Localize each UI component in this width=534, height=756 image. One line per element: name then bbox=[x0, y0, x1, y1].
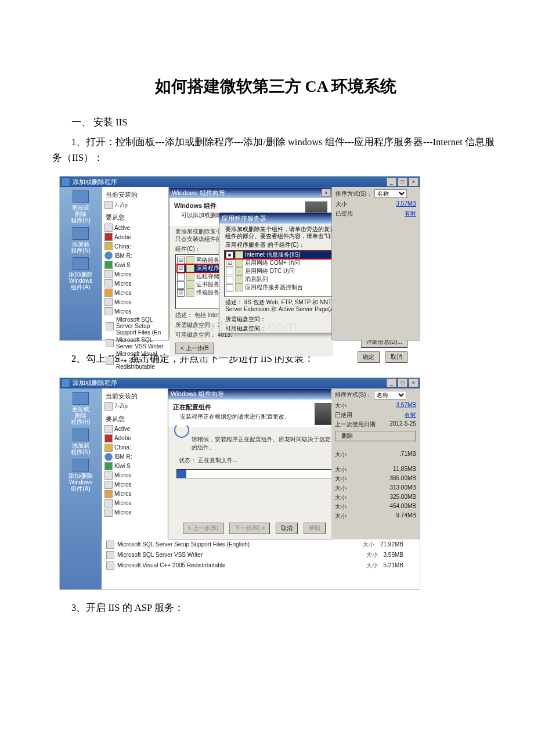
list-item[interactable]: Microsoft SQL Server VSS Writer大小3.59MB bbox=[102, 550, 420, 560]
ms-icon bbox=[104, 298, 113, 306]
minimize-button[interactable]: _ bbox=[387, 178, 396, 186]
cancel-button[interactable]: 取消 bbox=[385, 351, 407, 363]
list-item[interactable]: Adobe bbox=[102, 232, 168, 242]
list-item[interactable]: Micros bbox=[102, 489, 168, 499]
list-item[interactable]: Adobe bbox=[102, 434, 168, 443]
rail-windows-components[interactable]: 添加/删除 Windows 组件(A) bbox=[68, 459, 93, 492]
right-pane: 排序方式(S)： 名称 大小3.57MB 已使用有时 bbox=[331, 187, 420, 340]
minimize-button[interactable]: _ bbox=[387, 379, 396, 387]
checkbox[interactable] bbox=[226, 268, 233, 275]
list-item[interactable]: Micros bbox=[102, 297, 168, 307]
ms-icon bbox=[106, 551, 114, 559]
list-item[interactable]: Active bbox=[102, 424, 168, 434]
size-value: .71MB bbox=[399, 451, 416, 459]
avail-space-label: 可用磁盘空间： bbox=[175, 332, 216, 338]
screenshot-1: 添加或删除程序 _ □ × 更改或 删除 程序(H) 添加新 程序(N) bbox=[59, 176, 420, 341]
list-item[interactable]: IBM R: bbox=[102, 251, 168, 260]
size-value: 365.00MB bbox=[389, 475, 416, 483]
close-icon[interactable]: × bbox=[322, 189, 331, 197]
list-item[interactable]: Active bbox=[102, 223, 168, 232]
list-item[interactable]: Kiwi S bbox=[102, 462, 168, 471]
sort-select[interactable]: 名称 bbox=[374, 189, 407, 198]
used-value: 有时 bbox=[405, 210, 416, 218]
rail-windows-components[interactable]: 添加/删除 Windows 组件(A) bbox=[68, 257, 93, 290]
program-7zip[interactable]: 7-Zip bbox=[102, 402, 168, 411]
window-controls: _ □ × bbox=[387, 379, 418, 387]
delete-button[interactable]: 删除 bbox=[335, 431, 416, 441]
rail-change-remove[interactable]: 更改或 删除 程序(H) bbox=[71, 392, 91, 425]
sort-label: 排序方式(S)： bbox=[335, 391, 371, 399]
left-rail: 更改或 删除 程序(H) 添加新 程序(N) 添加/删除 Windows 组件(… bbox=[60, 388, 102, 589]
add-icon bbox=[73, 429, 89, 441]
list-item[interactable]: Microsoft SQL Server VSS Writer bbox=[102, 336, 168, 350]
kiwi-icon bbox=[104, 462, 113, 470]
size-label: 大小 bbox=[335, 466, 347, 474]
list-item[interactable]: Micros bbox=[102, 499, 168, 508]
checkbox[interactable] bbox=[226, 276, 233, 283]
rail-change-remove[interactable]: 更改或 删除 程序(H) bbox=[71, 190, 91, 224]
checkbox[interactable]: ☑ bbox=[177, 289, 185, 297]
ms-icon bbox=[106, 339, 114, 347]
window-title: 添加或删除程序 bbox=[73, 178, 117, 186]
close-button[interactable]: × bbox=[409, 178, 418, 186]
maximize-button[interactable]: □ bbox=[398, 178, 407, 186]
checkbox[interactable]: ☑ bbox=[177, 257, 185, 264]
size-value[interactable]: 3.57MB bbox=[396, 402, 416, 410]
list-item[interactable]: Kiwi S bbox=[102, 260, 168, 269]
size-label: 大小 bbox=[335, 503, 347, 511]
ms-icon bbox=[104, 270, 113, 278]
component-icon bbox=[235, 267, 243, 275]
rail-add-new[interactable]: 添加新 程序(N) bbox=[71, 429, 91, 455]
close-button[interactable]: × bbox=[409, 379, 418, 387]
ms-icon bbox=[106, 322, 114, 330]
list-item[interactable]: China: bbox=[102, 443, 168, 452]
size-value: 9.74MB bbox=[396, 512, 416, 520]
kiwi-icon bbox=[104, 261, 113, 269]
ok-button[interactable]: 确定 bbox=[358, 351, 380, 363]
progress-fill bbox=[177, 470, 186, 478]
component-icon bbox=[235, 259, 243, 267]
status-value: 正在复制文件... bbox=[198, 457, 237, 463]
checkbox[interactable]: ☑ bbox=[226, 260, 233, 267]
size-value[interactable]: 3.57MB bbox=[396, 200, 416, 208]
ms-icon bbox=[104, 279, 113, 287]
list-item[interactable]: Micros bbox=[102, 471, 168, 480]
app-icon bbox=[104, 444, 113, 452]
list-item[interactable]: Microsoft Visual C++ 2005 Redistributabl… bbox=[102, 350, 168, 370]
size-value: 313.00MB bbox=[389, 484, 416, 492]
maximize-button[interactable]: □ bbox=[398, 379, 407, 387]
list-item[interactable]: Micros bbox=[102, 288, 168, 297]
help-button: 帮助 bbox=[304, 523, 326, 534]
list-item[interactable]: Microsoft SQL Server Setup Support Files… bbox=[102, 539, 420, 550]
program-7zip[interactable]: 7-Zip bbox=[102, 200, 168, 210]
list-item[interactable]: Micros bbox=[102, 480, 168, 489]
list-item[interactable]: Microsoft SQL Server Setup Support Files… bbox=[102, 316, 168, 336]
list-item[interactable]: Micros bbox=[102, 307, 168, 316]
list-item[interactable]: China: bbox=[102, 242, 168, 251]
programs-list: 当前安装的 7-Zip 要从您 Active Adobe China: IBM … bbox=[102, 187, 169, 340]
component-icon bbox=[186, 256, 194, 264]
checkbox[interactable] bbox=[226, 284, 233, 291]
list-item[interactable]: IBM R: bbox=[102, 452, 168, 462]
checkbox[interactable] bbox=[177, 281, 185, 289]
sort-select[interactable]: 名称 bbox=[374, 391, 406, 399]
app-icon bbox=[104, 425, 113, 433]
screenshot-2: 添加或删除程序 _ □ × 更改或 删除 程序(H) 添加新 程序(N) bbox=[59, 377, 420, 590]
ibm-icon bbox=[104, 453, 113, 461]
size-label: 大小 bbox=[335, 200, 347, 208]
list-item[interactable]: Microsoft Visual C++ 2005 Redistributabl… bbox=[102, 560, 420, 571]
wizard-configuring: Windows 组件向导× 正在配置组件 安装程序正在根据您的请求进行配置更改。… bbox=[168, 388, 343, 539]
checkbox[interactable]: ☑ bbox=[177, 265, 185, 272]
iis-icon bbox=[235, 251, 243, 259]
back-button[interactable]: < 上一步(B bbox=[175, 343, 214, 354]
checkbox[interactable] bbox=[177, 273, 185, 280]
rail-add-new[interactable]: 添加新 程序(N) bbox=[71, 227, 91, 254]
checkbox[interactable]: ■ bbox=[226, 251, 233, 259]
list-item[interactable]: Micros bbox=[102, 279, 168, 288]
ms-icon bbox=[104, 509, 113, 517]
cancel-button[interactable]: 取消 bbox=[276, 523, 298, 534]
last-used-label: 上一次使用日期 bbox=[335, 420, 376, 429]
req-space-label: 所需磁盘空间： bbox=[225, 315, 266, 323]
list-item[interactable]: Micros bbox=[102, 269, 168, 279]
list-item[interactable]: Micros bbox=[102, 508, 168, 517]
